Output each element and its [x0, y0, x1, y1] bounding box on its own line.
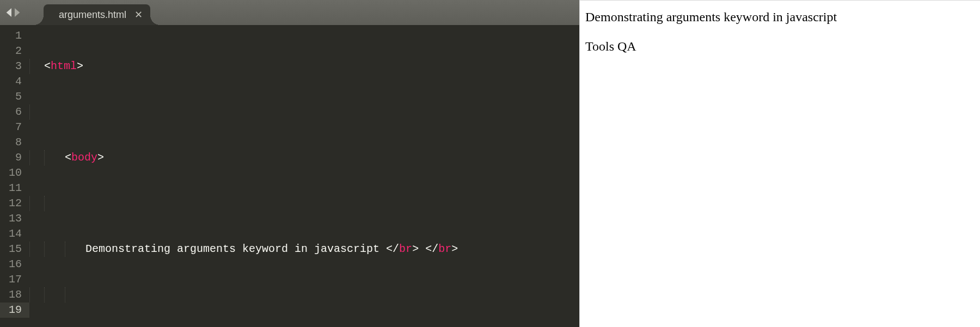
- bracket: </: [425, 243, 438, 255]
- line-number-gutter: 12345678910111213141516171819: [0, 25, 29, 327]
- line-number: 9: [0, 150, 29, 165]
- line-number: 14: [0, 226, 29, 242]
- code-text: [419, 243, 425, 255]
- line-number: 5: [0, 89, 29, 104]
- line-number: 1: [0, 28, 29, 44]
- bracket: >: [97, 151, 104, 164]
- line-number: 6: [0, 104, 29, 120]
- bracket: </: [386, 243, 399, 255]
- bracket: >: [451, 243, 458, 255]
- close-icon[interactable]: ✕: [134, 10, 143, 20]
- tag-br: br: [399, 243, 412, 255]
- editor-pane: arguments.html ✕ 12345678910111213141516…: [0, 0, 579, 327]
- tab-active[interactable]: arguments.html ✕: [44, 4, 150, 25]
- nav-arrows: [0, 0, 25, 25]
- preview-line-2: Tools QA: [585, 38, 975, 55]
- line-number: 3: [0, 59, 29, 74]
- nav-forward-icon[interactable]: [13, 8, 21, 17]
- tab-filename: arguments.html: [59, 9, 126, 21]
- line-number: 15: [0, 242, 29, 257]
- line-number: 19: [0, 303, 29, 318]
- bracket: <: [65, 151, 71, 164]
- line-number: 12: [0, 196, 29, 211]
- bracket: <: [44, 60, 51, 72]
- line-number: 13: [0, 211, 29, 226]
- line-number: 2: [0, 44, 29, 59]
- line-number: 16: [0, 257, 29, 272]
- line-number: 7: [0, 120, 29, 135]
- line-number: 8: [0, 135, 29, 150]
- code-text: Demonstrating arguments keyword in javas…: [85, 243, 386, 255]
- line-number: 4: [0, 74, 29, 89]
- bracket: >: [412, 243, 419, 255]
- code-area[interactable]: <html> <body> Demonstrating arguments ke…: [29, 25, 579, 327]
- tab-bar: arguments.html ✕: [0, 0, 579, 25]
- tag-body: body: [71, 151, 97, 164]
- app-root: arguments.html ✕ 12345678910111213141516…: [0, 0, 980, 327]
- bracket: >: [77, 60, 83, 72]
- tag-html: html: [51, 60, 77, 72]
- line-number: 11: [0, 181, 29, 196]
- preview-pane: Demonstrating arguments keyword in javas…: [579, 0, 980, 327]
- preview-line-1: Demonstrating arguments keyword in javas…: [585, 8, 975, 26]
- line-number: 18: [0, 287, 29, 303]
- line-number: 10: [0, 165, 29, 181]
- tag-br: br: [438, 243, 451, 255]
- nav-back-icon[interactable]: [5, 8, 13, 17]
- editor-body: 12345678910111213141516171819 <html> <bo…: [0, 25, 579, 327]
- line-number: 17: [0, 272, 29, 287]
